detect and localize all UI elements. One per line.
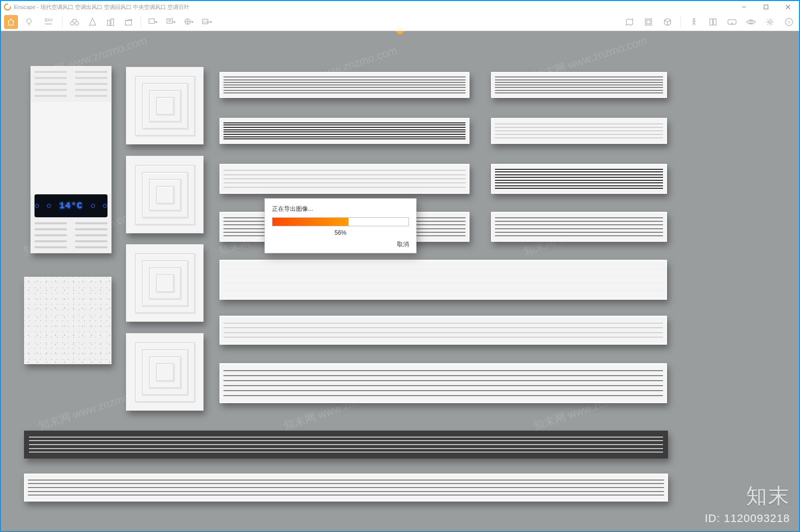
render-object-square-diffuser — [126, 333, 204, 411]
progress-bar-fill — [272, 218, 348, 226]
render-object-linear-vent — [491, 164, 667, 194]
svg-point-3 — [75, 21, 78, 25]
minimize-button[interactable] — [733, 1, 755, 13]
svg-point-2 — [70, 21, 74, 25]
help-button[interactable]: ? — [782, 15, 796, 29]
svg-rect-16 — [714, 18, 716, 25]
maximize-button[interactable] — [755, 1, 777, 13]
export-exe-button[interactable]: EXE — [200, 15, 214, 29]
close-button[interactable] — [777, 1, 799, 13]
bim-label: BIM — [44, 18, 52, 22]
render-object-square-diffuser — [126, 244, 204, 322]
svg-rect-12 — [646, 18, 652, 25]
materials-cube-button[interactable] — [660, 15, 674, 29]
render-object-linear-vent — [220, 72, 470, 98]
vr-button[interactable] — [725, 15, 739, 29]
svg-point-1 — [27, 18, 32, 23]
render-object-linear-vent — [220, 118, 470, 144]
export-pano-button[interactable] — [182, 15, 196, 29]
location-pin-button[interactable] — [22, 15, 36, 29]
export-progress-dialog: 正在导出图像... 56% 取消 — [264, 198, 416, 253]
binoculars-button[interactable] — [68, 15, 82, 29]
main-toolbar: BIM EXE ? — [1, 13, 799, 31]
svg-point-19 — [768, 20, 771, 23]
svg-rect-4 — [108, 20, 110, 25]
settings-gear-button[interactable] — [763, 15, 777, 29]
toolbar-separator — [140, 16, 141, 27]
render-object-linear-vent — [220, 316, 667, 345]
svg-rect-5 — [111, 18, 114, 25]
progress-percent-label: 56% — [272, 229, 409, 236]
heater-indicator-icon — [47, 204, 51, 208]
window-controls — [733, 1, 799, 13]
svg-text:?: ? — [788, 19, 790, 24]
document-title: 现代空调风口 空调出风口 空调回风口 中央空调风口 空调百叶 — [40, 3, 190, 11]
visibility-button[interactable] — [744, 15, 758, 29]
orbit-button[interactable] — [86, 15, 100, 29]
export-movie-button[interactable] — [164, 15, 178, 29]
render-object-square-diffuser — [126, 156, 204, 233]
svg-text:EXE: EXE — [204, 20, 209, 23]
render-object-linear-vent — [220, 363, 667, 403]
render-viewport[interactable]: 知末网 www.znzmo.com 知末网 www.znzmo.com 知末网 … — [1, 31, 799, 531]
bim-mode-button[interactable]: BIM — [40, 15, 57, 29]
svg-rect-8 — [167, 18, 172, 23]
title-bar: Enscape - 现代空调风口 空调出风口 空调回风口 中央空调风口 空调百叶 — [1, 1, 799, 13]
enscape-logo-icon — [4, 3, 11, 10]
render-object-linear-vent — [24, 474, 668, 502]
heater-indicator-icon — [35, 204, 39, 208]
render-object-linear-vent — [491, 118, 667, 144]
heater-indicator-icon — [91, 204, 95, 208]
render-object-linear-vent — [220, 260, 667, 300]
dialog-title: 正在导出图像... — [272, 205, 409, 213]
heater-temperature: 14°C — [59, 201, 82, 211]
watermark-brand: 知末 — [746, 482, 790, 510]
progress-bar — [272, 217, 409, 226]
svg-point-14 — [693, 18, 695, 20]
cancel-button[interactable]: 取消 — [272, 240, 409, 249]
render-object-bath-heater: 14°C — [30, 66, 112, 253]
export-image-button[interactable] — [146, 15, 160, 29]
render-object-linear-vent — [491, 72, 667, 98]
home-button[interactable] — [4, 15, 18, 29]
app-name: Enscape — [14, 4, 36, 10]
render-object-linear-vent — [491, 212, 667, 242]
title-separator: - — [36, 4, 40, 10]
asset-library-button[interactable] — [642, 15, 656, 29]
toolbar-separator — [680, 16, 681, 27]
heater-display-panel: 14°C — [34, 194, 108, 217]
svg-rect-0 — [764, 5, 768, 9]
svg-rect-6 — [126, 20, 132, 25]
svg-rect-15 — [710, 18, 712, 25]
render-object-square-diffuser — [126, 67, 204, 144]
watermark-id-label: ID: 1120093218 — [704, 512, 790, 525]
buildings-button[interactable] — [104, 15, 118, 29]
svg-point-18 — [750, 20, 752, 23]
render-object-linear-vent-dark — [24, 431, 668, 459]
layers-button[interactable] — [706, 15, 720, 29]
clapperboard-button[interactable] — [122, 15, 136, 29]
render-object-ceiling-tile — [24, 277, 112, 364]
toolbar-separator — [62, 16, 62, 27]
toolbar-right-group: ? — [622, 15, 796, 29]
map-button[interactable] — [622, 15, 636, 29]
svg-rect-17 — [728, 19, 736, 24]
svg-rect-13 — [646, 20, 650, 23]
walk-mode-button[interactable] — [687, 15, 701, 29]
heater-indicator-icon — [103, 204, 107, 208]
render-object-linear-vent — [220, 164, 470, 194]
svg-rect-7 — [149, 18, 154, 23]
